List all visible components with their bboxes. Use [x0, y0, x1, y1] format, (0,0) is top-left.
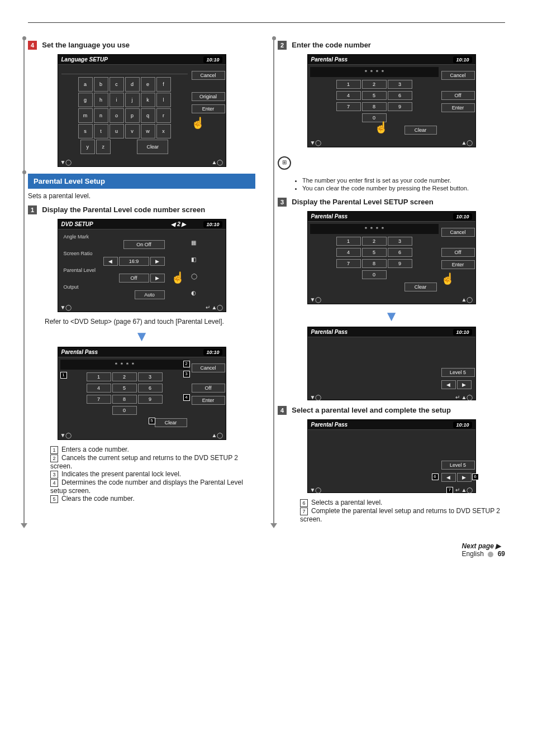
num-9[interactable]: 9: [138, 395, 163, 404]
num-6[interactable]: 6: [388, 248, 412, 257]
nav-down-icon[interactable]: ▼◯: [60, 159, 72, 165]
key-t[interactable]: t: [94, 124, 108, 138]
side-thumb-icon[interactable]: ◯: [191, 273, 222, 279]
num-8[interactable]: 8: [112, 395, 137, 404]
side-thumb-icon[interactable]: ◐: [191, 290, 222, 296]
num-2[interactable]: 2: [362, 237, 387, 246]
key-y[interactable]: y: [80, 140, 95, 154]
key-s[interactable]: s: [78, 124, 93, 138]
num-5[interactable]: 5: [112, 384, 137, 393]
num-0[interactable]: 0: [362, 270, 387, 279]
nav-up-icon[interactable]: ▲◯: [212, 159, 223, 165]
key-g[interactable]: g: [78, 93, 93, 107]
num-7[interactable]: 7: [336, 102, 361, 111]
key-h[interactable]: h: [94, 93, 108, 107]
set-button[interactable]: ▶: [150, 274, 165, 283]
num-9[interactable]: 9: [388, 102, 412, 111]
clear-button[interactable]: Clear: [137, 140, 168, 154]
menu-item[interactable]: Screen Ratio: [61, 250, 188, 256]
next-icon[interactable]: ▶: [457, 473, 472, 482]
key-d[interactable]: d: [125, 77, 140, 92]
return-icon[interactable]: ↵: [455, 394, 460, 400]
num-5[interactable]: 5: [362, 91, 387, 100]
num-7[interactable]: 7: [336, 259, 361, 268]
key-o[interactable]: o: [110, 108, 124, 123]
key-m[interactable]: m: [78, 108, 93, 123]
nav-up-icon[interactable]: ▲◯: [212, 432, 223, 438]
nav-up-icon[interactable]: ▲◯: [461, 487, 473, 493]
enter-button[interactable]: Enter: [192, 104, 225, 113]
key-c[interactable]: c: [110, 77, 124, 92]
return-icon[interactable]: ↵: [455, 487, 460, 493]
side-thumb-icon[interactable]: ▦: [191, 240, 222, 246]
key-f[interactable]: f: [156, 77, 171, 92]
enter-button[interactable]: Enter: [441, 260, 475, 269]
key-v[interactable]: v: [125, 124, 140, 138]
nav-up-icon[interactable]: ▲◯: [461, 140, 473, 146]
key-r[interactable]: r: [156, 108, 171, 123]
clear-button[interactable]: Clear: [404, 283, 437, 291]
num-4[interactable]: 4: [336, 91, 361, 100]
key-e[interactable]: e: [141, 77, 155, 92]
nav-up-icon[interactable]: ▲◯: [461, 394, 473, 400]
value[interactable]: Auto: [135, 290, 165, 299]
nav-down-icon[interactable]: ▼◯: [60, 304, 72, 310]
key-q[interactable]: q: [141, 108, 155, 123]
key-p[interactable]: p: [125, 108, 140, 123]
enter-button[interactable]: Enter: [192, 396, 225, 405]
nav-down-icon[interactable]: ▼◯: [310, 394, 322, 400]
value[interactable]: On Off: [123, 240, 165, 249]
num-4[interactable]: 4: [336, 248, 361, 257]
key-z[interactable]: z: [96, 140, 111, 154]
menu-item[interactable]: Parental Level: [61, 266, 188, 273]
enter-button[interactable]: Enter: [441, 103, 475, 112]
key-k[interactable]: k: [141, 93, 155, 107]
nav-down-icon[interactable]: ▼◯: [60, 432, 72, 438]
num-4[interactable]: 4: [87, 384, 111, 393]
value[interactable]: Off: [119, 274, 149, 283]
num-1[interactable]: 1: [87, 372, 111, 381]
key-i[interactable]: i: [110, 93, 124, 107]
next-icon[interactable]: ▶: [150, 257, 165, 266]
cancel-button[interactable]: Cancel: [192, 363, 225, 372]
nav-down-icon[interactable]: ▼◯: [310, 140, 322, 146]
prev-icon[interactable]: ◀: [103, 257, 118, 266]
off-button[interactable]: Off: [441, 248, 475, 257]
key-a[interactable]: a: [78, 77, 93, 92]
menu-item[interactable]: Angle Mark: [61, 233, 188, 240]
num-1[interactable]: 1: [336, 80, 361, 89]
num-8[interactable]: 8: [362, 102, 387, 111]
num-0[interactable]: 0: [112, 406, 137, 415]
clear-button[interactable]: Clear: [404, 126, 437, 135]
original-button[interactable]: Original: [192, 92, 225, 101]
num-1[interactable]: 1: [336, 237, 361, 246]
next-icon[interactable]: ▶: [457, 380, 472, 389]
off-button[interactable]: Off: [441, 91, 475, 100]
nav-down-icon[interactable]: ▼◯: [310, 487, 322, 493]
prev-icon[interactable]: ◀: [441, 473, 456, 482]
menu-item[interactable]: Output: [61, 283, 188, 290]
num-2[interactable]: 2: [112, 372, 137, 381]
num-9[interactable]: 9: [388, 259, 412, 268]
side-thumb-icon[interactable]: ◧: [191, 256, 222, 262]
key-x[interactable]: x: [156, 124, 171, 138]
num-6[interactable]: 6: [138, 384, 163, 393]
nav-up-icon[interactable]: ▲◯: [212, 304, 223, 310]
num-3[interactable]: 3: [388, 237, 412, 246]
off-button[interactable]: Off: [192, 384, 225, 393]
prev-icon[interactable]: ◀: [441, 380, 456, 389]
cancel-button[interactable]: Cancel: [441, 71, 475, 80]
num-6[interactable]: 6: [388, 91, 412, 100]
return-icon[interactable]: ↵: [206, 304, 210, 310]
key-u[interactable]: u: [110, 124, 124, 138]
cancel-button[interactable]: Cancel: [192, 71, 225, 80]
num-3[interactable]: 3: [138, 372, 163, 381]
nav-down-icon[interactable]: ▼◯: [310, 296, 322, 303]
num-3[interactable]: 3: [388, 80, 412, 89]
key-b[interactable]: b: [94, 77, 108, 92]
key-l[interactable]: l: [156, 93, 171, 107]
num-8[interactable]: 8: [362, 259, 387, 268]
nav-up-icon[interactable]: ▲◯: [461, 296, 473, 303]
cancel-button[interactable]: Cancel: [441, 228, 475, 237]
key-j[interactable]: j: [125, 93, 140, 107]
